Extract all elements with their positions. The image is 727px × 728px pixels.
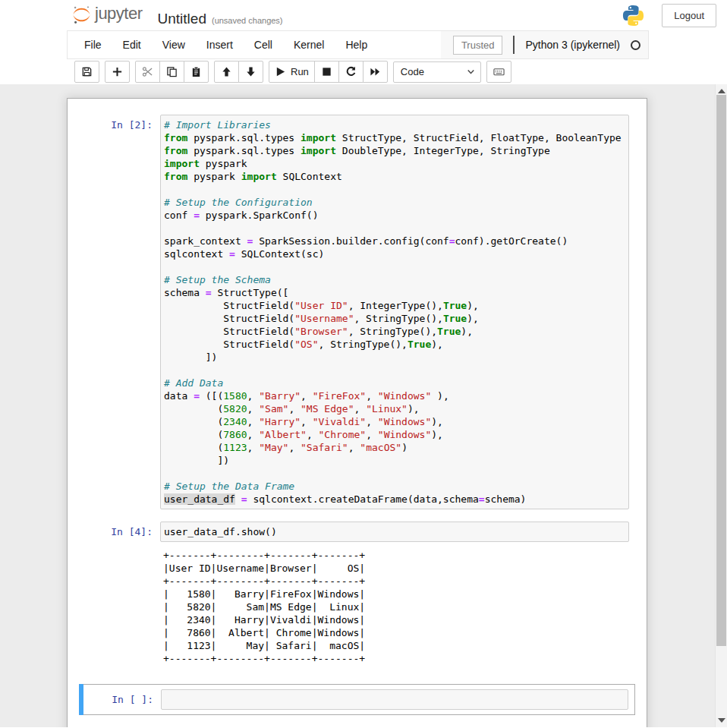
jupyter-planet-icon (71, 5, 92, 25)
logout-button[interactable]: Logout (662, 4, 716, 27)
add-cell-icon (112, 66, 123, 77)
code-cell-1: In [2]: # Import Librariesfrom pyspark.s… (79, 111, 635, 513)
menu-cell[interactable]: Cell (244, 31, 283, 58)
save-icon (81, 66, 93, 77)
run-button[interactable]: Run (269, 61, 315, 83)
restart-run-all-icon (370, 66, 381, 77)
menu-edit[interactable]: Edit (112, 31, 152, 58)
trusted-badge: Trusted (453, 36, 503, 55)
input-prompt: In [ ]: (80, 689, 161, 710)
menu-insert[interactable]: Insert (196, 31, 244, 58)
stop-icon (321, 66, 332, 77)
move-cell-down-button[interactable] (238, 61, 263, 83)
chevron-down-icon (467, 68, 475, 76)
notebook-title[interactable]: Untitled (158, 11, 206, 27)
output-area: +-------+--------+-------+-------+ |User… (79, 549, 629, 665)
jupyter-logo[interactable]: jupyter (71, 3, 143, 24)
restart-kernel-button[interactable] (338, 61, 364, 83)
paste-icon (190, 66, 202, 77)
input-prompt: In [4]: (79, 522, 160, 542)
kernel-name: Python 3 (ipykernel) (525, 39, 620, 51)
command-palette-button[interactable] (486, 61, 511, 83)
menu-view[interactable]: View (152, 31, 196, 58)
menu-file[interactable]: File (74, 31, 112, 58)
menu-bar: File Edit View Insert Cell Kernel Help T… (0, 30, 727, 59)
cell-type-value: Code (401, 66, 424, 77)
toolbar: Run Code (0, 59, 727, 84)
logo-text: jupyter (95, 4, 143, 24)
notebook-scroll-area: In [2]: # Import Librariesfrom pyspark.s… (0, 84, 727, 727)
run-icon (275, 66, 286, 77)
header: jupyter Untitled (unsaved changes) Logou… (0, 0, 727, 30)
cut-button[interactable] (135, 61, 160, 83)
menu-list: File Edit View Insert Cell Kernel Help (68, 31, 378, 58)
output-text: +-------+--------+-------+-------+ |User… (160, 549, 365, 665)
kernel-idle-icon (631, 40, 640, 50)
move-down-icon (245, 66, 256, 77)
kernel-divider (513, 36, 515, 54)
scrollbar-thumb[interactable] (716, 95, 726, 646)
code-cell-3-selected[interactable]: In [ ]: (79, 684, 635, 715)
input-prompt: In [2]: (79, 115, 160, 509)
python-logo-icon (622, 4, 645, 27)
run-label: Run (291, 66, 309, 77)
code-cell-2: In [4]: user_data_df.show() +-------+---… (79, 518, 635, 669)
menu-kernel[interactable]: Kernel (283, 31, 335, 58)
scroll-up-icon[interactable] (718, 89, 725, 93)
move-up-icon (221, 66, 232, 77)
interrupt-kernel-button[interactable] (314, 61, 339, 83)
save-button[interactable] (74, 61, 99, 83)
copy-button[interactable] (159, 61, 184, 83)
restart-run-all-button[interactable] (363, 61, 388, 83)
code-input-2[interactable]: user_data_df.show() (160, 522, 629, 542)
code-input-3[interactable] (161, 689, 628, 710)
output-prompt (79, 549, 160, 665)
restart-icon (345, 66, 357, 77)
notebook-container: In [2]: # Import Librariesfrom pyspark.s… (67, 98, 647, 727)
scroll-down-icon[interactable] (718, 718, 725, 723)
cut-icon (142, 66, 153, 77)
paste-button[interactable] (184, 61, 209, 83)
move-cell-up-button[interactable] (214, 61, 239, 83)
checkpoint-status: (unsaved changes) (212, 16, 283, 25)
copy-icon (166, 66, 178, 77)
add-cell-button[interactable] (105, 61, 130, 83)
menu-help[interactable]: Help (335, 31, 378, 58)
selected-cell-bar (79, 684, 83, 715)
scrollbar[interactable] (715, 84, 727, 727)
code-input-1[interactable]: # Import Librariesfrom pyspark.sql.types… (160, 115, 629, 509)
keyboard-icon (493, 66, 505, 77)
cell-type-select[interactable]: Code (393, 61, 481, 83)
